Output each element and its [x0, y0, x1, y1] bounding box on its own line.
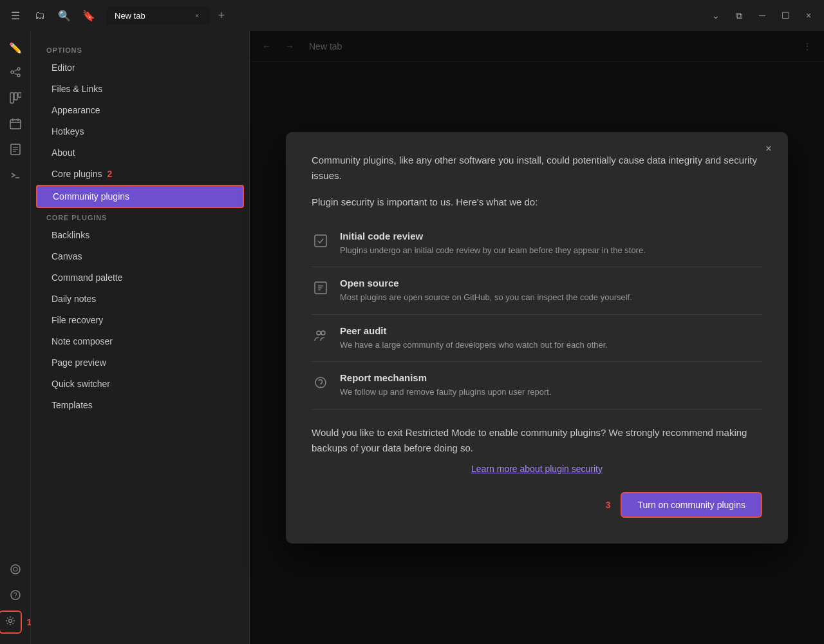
folder-btn[interactable]: 🗂	[30, 5, 50, 26]
folder-icon: 🗂	[35, 10, 45, 21]
security-item-report: Report mechanism We follow up and remove…	[312, 362, 762, 410]
settings-item-quick-switcher[interactable]: Quick switcher	[36, 374, 244, 394]
modal-close-btn[interactable]: ×	[760, 140, 778, 158]
modal: × Community plugins, like any other soft…	[286, 132, 788, 544]
search-icon: 🔍	[58, 10, 71, 22]
bookmark-btn[interactable]: 🔖	[79, 5, 99, 26]
peer-audit-desc: We have a large community of developers …	[340, 339, 608, 352]
svg-point-28	[321, 331, 325, 335]
turn-on-community-plugins-btn[interactable]: Turn on community plugins	[621, 492, 762, 518]
learn-more-link[interactable]: Learn more about plugin security	[312, 464, 762, 474]
peer-audit-icon	[312, 327, 330, 345]
svg-rect-8	[10, 120, 21, 129]
active-tab[interactable]: New tab ×	[107, 6, 210, 24]
vault-help-icon	[10, 564, 21, 578]
report-icon	[312, 374, 330, 392]
svg-point-18	[14, 567, 17, 571]
sidebar-toggle-btn[interactable]: ☰	[5, 5, 26, 26]
report-content: Report mechanism We follow up and remove…	[340, 372, 552, 399]
minimize-icon: ─	[759, 10, 765, 21]
cta-text: Would you like to exit Restricted Mode t…	[312, 425, 762, 456]
settings-item-files-links[interactable]: Files & Links	[36, 79, 244, 99]
settings-item-core-plugins[interactable]: Core plugins 2	[36, 164, 244, 184]
minimize-btn[interactable]: ─	[752, 5, 772, 26]
code-review-title: Initial code review	[340, 231, 646, 242]
pages-btn[interactable]	[4, 139, 27, 162]
bookmark-icon: 🔖	[82, 10, 95, 22]
button-label-3: 3	[606, 500, 611, 510]
svg-point-27	[317, 331, 321, 335]
settings-item-templates[interactable]: Templates	[36, 395, 244, 415]
calendar-icon	[10, 118, 21, 132]
svg-point-0	[11, 71, 14, 73]
svg-point-30	[320, 386, 321, 387]
maximize-btn[interactable]: ☐	[775, 5, 796, 26]
code-review-content: Initial code review Plugins undergo an i…	[340, 231, 646, 257]
close-btn[interactable]: ×	[798, 5, 819, 26]
new-note-btn[interactable]: ✏️	[4, 36, 27, 59]
help-btn[interactable]: ?	[4, 585, 27, 608]
search-btn[interactable]: 🔍	[54, 5, 75, 26]
modal-body: Community plugins, like any other softwa…	[286, 132, 788, 544]
settings-item-daily-notes[interactable]: Daily notes	[36, 289, 244, 309]
vault-help-btn[interactable]	[4, 559, 27, 582]
graph-btn[interactable]	[4, 62, 27, 85]
svg-rect-22	[315, 235, 326, 247]
maximize-icon: ☐	[782, 10, 790, 21]
modal-cta: Would you like to exit Restricted Mode t…	[312, 425, 762, 523]
svg-point-17	[11, 565, 20, 574]
options-section-label: Options	[31, 41, 249, 57]
dropdown-icon: ⌄	[712, 10, 720, 21]
split-view-icon: ⧉	[736, 10, 742, 21]
open-source-desc: Most plugins are open source on GitHub, …	[340, 291, 632, 304]
close-icon: ×	[806, 10, 811, 21]
titlebar: ☰ 🗂 🔍 🔖 New tab × + ⌄ ⧉ ─ ☐	[0, 0, 824, 31]
plus-icon: +	[218, 9, 225, 23]
sidebar-icons: ✏️	[0, 31, 31, 644]
security-item-peer-audit: Peer audit We have a large community of …	[312, 315, 762, 363]
settings-item-appearance[interactable]: Appearance	[36, 100, 244, 120]
dropdown-btn[interactable]: ⌄	[706, 5, 726, 26]
settings-item-hotkeys[interactable]: Hotkeys	[36, 121, 244, 142]
svg-line-4	[14, 73, 17, 75]
calendar-btn[interactable]	[4, 113, 27, 137]
content-area: ← → New tab ⋮ × Community plugins, like …	[250, 31, 824, 644]
settings-item-backlinks[interactable]: Backlinks	[36, 225, 244, 245]
code-review-icon	[312, 232, 330, 250]
settings-item-page-preview[interactable]: Page preview	[36, 352, 244, 373]
terminal-icon	[10, 169, 21, 184]
svg-point-1	[17, 68, 20, 70]
modal-overlay: × Community plugins, like any other soft…	[250, 31, 824, 644]
main-layout: ✏️	[0, 31, 824, 644]
svg-point-2	[17, 74, 20, 77]
kanban-btn[interactable]	[4, 88, 27, 111]
security-item-open-source: Open source Most plugins are open source…	[312, 267, 762, 315]
settings-item-file-recovery[interactable]: File recovery	[36, 310, 244, 330]
settings-item-community-plugins[interactable]: Community plugins	[36, 185, 244, 208]
modal-footer: 3 Turn on community plugins	[312, 487, 762, 523]
tab-bar: New tab × +	[107, 6, 703, 24]
help-icon: ?	[10, 589, 21, 603]
settings-btn[interactable]	[0, 611, 22, 634]
security-item-code-review: Initial code review Plugins undergo an i…	[312, 220, 762, 268]
new-tab-btn[interactable]: +	[212, 6, 230, 24]
community-plugins-label-2: 2	[107, 169, 112, 179]
peer-audit-title: Peer audit	[340, 325, 608, 336]
terminal-btn[interactable]	[4, 165, 27, 188]
titlebar-right: ⌄ ⧉ ─ ☐ ×	[706, 5, 819, 26]
code-review-desc: Plugins undergo an initial code review b…	[340, 244, 646, 257]
pages-icon	[10, 144, 21, 158]
core-plugins-section-label: Core plugins	[31, 209, 249, 224]
tab-close-btn[interactable]: ×	[192, 10, 202, 21]
report-desc: We follow up and remove faulty plugins u…	[340, 386, 552, 399]
settings-item-canvas[interactable]: Canvas	[36, 246, 244, 267]
settings-item-command-palette[interactable]: Command palette	[36, 267, 244, 288]
settings-item-note-composer[interactable]: Note composer	[36, 331, 244, 352]
split-view-btn[interactable]: ⧉	[729, 5, 749, 26]
svg-rect-7	[18, 93, 21, 97]
settings-item-editor[interactable]: Editor	[36, 57, 244, 78]
settings-panel: Options Editor Files & Links Appearance …	[31, 31, 250, 644]
svg-line-3	[14, 70, 17, 71]
new-note-icon: ✏️	[9, 42, 22, 54]
settings-item-about[interactable]: About	[36, 142, 244, 163]
